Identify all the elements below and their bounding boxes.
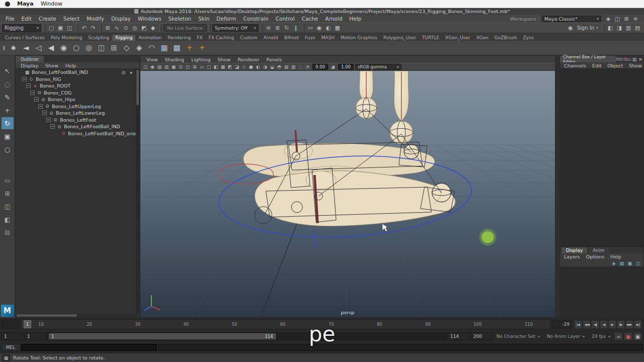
outliner-item[interactable]: ⊙ Bones_COG — [16, 89, 139, 97]
snap-grid-icon[interactable]: ⊞ — [103, 24, 112, 32]
shelf-tab[interactable]: FX — [194, 35, 205, 41]
shelf-tab[interactable]: Rigging — [112, 35, 135, 41]
shadows-icon[interactable]: ◒ — [269, 64, 276, 70]
attribute-editor-tab[interactable]: Attribute — [616, 57, 631, 62]
new-layer-from-selected-icon[interactable]: ▣ — [626, 260, 633, 266]
split-pane-layout-icon[interactable]: ◫ — [2, 201, 14, 213]
channel-box-tab[interactable]: Channel Box / Layer Editor — [560, 56, 616, 62]
separator[interactable] — [302, 24, 304, 32]
snap-curve-icon[interactable]: ∿ — [112, 24, 121, 32]
auto-key-button[interactable]: ● — [624, 332, 632, 340]
shelf-tab[interactable]: Poly Modeling — [48, 35, 85, 41]
render-view-icon[interactable]: ▭ — [306, 24, 315, 32]
sign-in-button[interactable]: ◉Sign In — [564, 24, 600, 32]
layer-list[interactable] — [560, 267, 643, 317]
viewport-scroll-gutter[interactable] — [555, 55, 559, 318]
outliner-persp-layout-icon[interactable]: ◧ — [2, 214, 14, 226]
attribute-editor-toggle-icon[interactable]: ◨ — [615, 24, 624, 32]
undo-icon[interactable]: ↶ — [79, 24, 89, 32]
menu-item[interactable]: Deform — [213, 16, 239, 22]
outliner-item[interactable]: ⊙ Bones_Hips — [16, 96, 139, 103]
new-empty-layer-icon[interactable]: ▤ — [618, 260, 625, 266]
apple-menu-icon[interactable] — [5, 2, 10, 7]
mirror-weights-icon[interactable]: ◫ — [95, 42, 108, 54]
layer-tab[interactable]: Anim — [588, 247, 609, 253]
gate-mask-icon[interactable]: ◧ — [212, 64, 219, 70]
workspace-lock-icon[interactable]: ◈ — [604, 15, 613, 23]
shelf-tab[interactable]: Sculpting — [85, 35, 112, 41]
shelf-tab[interactable]: Polygons_User — [380, 35, 419, 41]
expand-toggle[interactable] — [22, 77, 27, 81]
menu-item[interactable]: Create — [35, 16, 60, 22]
anim-preferences-icon[interactable]: ▣ — [633, 332, 642, 340]
command-output[interactable] — [158, 344, 643, 351]
menu-item[interactable]: Skin — [195, 16, 213, 22]
go-to-start-button[interactable]: |◄ — [574, 320, 582, 329]
step-back-key-button[interactable]: ◄| — [591, 320, 599, 329]
lights-icon[interactable]: ◑ — [262, 64, 269, 70]
play-backward-button[interactable]: ◄ — [600, 320, 608, 329]
smooth-shade-icon[interactable]: ● — [248, 64, 255, 70]
loop-icon[interactable]: ∞ — [614, 332, 623, 340]
ik-spline-handle-icon[interactable]: ◀ — [45, 42, 57, 54]
shelf-tab[interactable]: Fuze — [302, 35, 318, 41]
menu-item[interactable]: Constrain — [239, 16, 272, 22]
step-back-frame-button[interactable]: ◄◄ — [583, 320, 591, 329]
shelf-tab[interactable]: MASH — [318, 35, 338, 41]
macos-app-menu[interactable]: Maya — [17, 1, 34, 7]
wrap-deformer-icon[interactable]: ◠ — [145, 42, 158, 54]
viewport-menu-item[interactable]: View — [143, 57, 161, 62]
gamma-field[interactable]: 1.00 — [338, 64, 354, 70]
lattice-icon[interactable]: ⊞ — [108, 42, 120, 54]
snap-center-icon[interactable]: ◎ — [130, 24, 139, 32]
shelf-tab[interactable]: Zync — [520, 35, 537, 41]
orient-constraint-icon[interactable]: + — [196, 42, 208, 54]
cluster-icon[interactable]: ◇ — [120, 42, 133, 54]
shelf-tab[interactable]: GoZBrush — [492, 35, 520, 41]
single-pane-layout-icon[interactable]: ▭ — [2, 174, 14, 187]
shelf-tab[interactable]: FX Caching — [206, 35, 237, 41]
mel-toggle-button[interactable]: MEL — [1, 344, 20, 351]
outliner-vertical-scrollbar[interactable] — [136, 69, 139, 313]
shelf-tab[interactable]: TURTLE — [419, 35, 442, 41]
step-forward-key-button[interactable]: |► — [617, 320, 625, 329]
outliner-item[interactable]: ⊙ Bones_LeftFootBall_IND — [16, 123, 139, 130]
gamma-icon[interactable]: ◕ — [330, 64, 337, 70]
save-scene-icon[interactable]: ◫ — [65, 24, 74, 32]
shelf-tab[interactable]: Animation — [135, 35, 165, 41]
outliner-item[interactable]: ∗ Bones_ROOT — [16, 82, 139, 89]
film-gate-icon[interactable]: ▭ — [198, 64, 205, 70]
separator[interactable] — [43, 24, 45, 32]
xray-icon[interactable]: ▧ — [290, 64, 297, 70]
character-set-dropdown[interactable]: No Character Set — [494, 334, 543, 339]
construction-history-icon[interactable]: ↻ — [282, 24, 291, 32]
animation-end-field[interactable]: 200 — [470, 332, 493, 340]
separator[interactable] — [602, 24, 604, 32]
outliner-item[interactable]: ⊙ Bones_LeftUpperLeg — [16, 103, 139, 110]
select-tool-icon[interactable]: ↖ — [2, 65, 14, 77]
2d-pan-zoom-icon[interactable]: ⊡ — [177, 64, 184, 70]
expand-toggle[interactable] — [30, 90, 35, 95]
outliner-item[interactable]: ⊙ Bones_LeftFoot — [16, 117, 139, 124]
channel-box-toggle-icon[interactable]: ▤ — [633, 24, 642, 32]
symmetry-dropdown[interactable]: Symmetry: Off — [212, 24, 259, 32]
move-layer-up-icon[interactable]: ◈ — [610, 260, 617, 266]
viewport-menu-item[interactable]: Shading — [162, 57, 188, 62]
outliner-item[interactable]: ⊘ Bones_LeftFootBall_IND_orientConstra — [16, 130, 139, 137]
menu-item[interactable]: Windows — [134, 16, 165, 22]
scale-tool-icon[interactable]: ▣ — [2, 130, 14, 142]
inputs-icon[interactable]: ≡ — [264, 24, 273, 32]
channel-menu-item[interactable]: Edit — [589, 63, 604, 68]
safe-action-icon[interactable]: ◩ — [226, 64, 233, 70]
safe-title-icon[interactable]: ◪ — [233, 64, 240, 70]
render-frame-icon[interactable]: ◉ — [315, 24, 324, 32]
fps-dropdown[interactable]: 24 fps — [589, 334, 613, 339]
move-tool-icon[interactable]: + — [2, 104, 14, 116]
current-time-field[interactable]: -29 — [552, 320, 572, 328]
range-track[interactable]: 1 114 — [47, 332, 446, 340]
layer-menu-item[interactable]: Options — [583, 254, 607, 259]
timeline-track[interactable]: 102030405060708090100110 1 — [21, 319, 550, 329]
blend-shape-icon[interactable]: ◈ — [133, 42, 145, 54]
separator[interactable] — [260, 24, 263, 32]
menu-set-dropdown[interactable]: Rigging — [2, 24, 41, 32]
